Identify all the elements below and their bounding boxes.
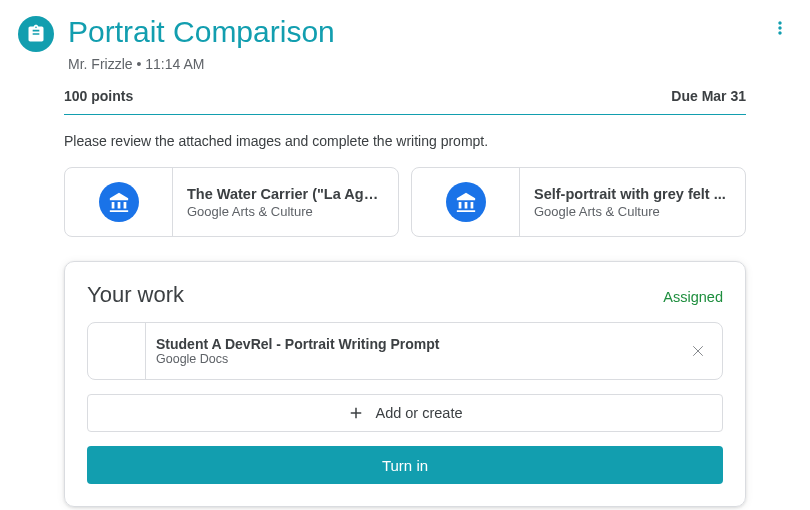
attachment-card[interactable]: The Water Carrier ("La Agu... Google Art…: [64, 167, 399, 237]
remove-file-button[interactable]: [674, 342, 722, 360]
attachment-source: Google Arts & Culture: [187, 204, 384, 219]
points-label: 100 points: [64, 88, 133, 104]
attachment-thumbnail: [412, 168, 520, 236]
add-button-label: Add or create: [375, 405, 462, 421]
assignment-icon: [18, 16, 54, 52]
attachment-card[interactable]: Self-portrait with grey felt ... Google …: [411, 167, 746, 237]
assignment-meta: Mr. Frizzle • 11:14 AM: [68, 56, 792, 72]
turn-in-button[interactable]: Turn in: [87, 446, 723, 484]
your-work-heading: Your work: [87, 282, 184, 308]
your-work-card: Your work Assigned Student A DevRel - Po…: [64, 261, 746, 507]
work-file-thumbnail: [88, 323, 146, 379]
close-icon: [689, 342, 707, 360]
museum-icon: [455, 191, 477, 213]
attachment-thumbnail: [65, 168, 173, 236]
status-badge: Assigned: [663, 289, 723, 305]
plus-icon: [347, 404, 365, 422]
work-file-title: Student A DevRel - Portrait Writing Prom…: [156, 336, 664, 352]
more-vert-icon: [770, 18, 790, 38]
post-time: 11:14 AM: [145, 56, 204, 72]
page-title: Portrait Comparison: [68, 14, 792, 50]
work-file-card[interactable]: Student A DevRel - Portrait Writing Prom…: [87, 322, 723, 380]
attachment-title: The Water Carrier ("La Agu...: [187, 186, 384, 202]
assignment-description: Please review the attached images and co…: [64, 133, 746, 149]
museum-icon: [108, 191, 130, 213]
teacher-name: Mr. Frizzle: [68, 56, 133, 72]
work-file-source: Google Docs: [156, 352, 664, 366]
attachment-source: Google Arts & Culture: [534, 204, 731, 219]
more-options-button[interactable]: [760, 8, 800, 48]
attachment-title: Self-portrait with grey felt ...: [534, 186, 731, 202]
due-date: Due Mar 31: [671, 88, 746, 104]
add-or-create-button[interactable]: Add or create: [87, 394, 723, 432]
